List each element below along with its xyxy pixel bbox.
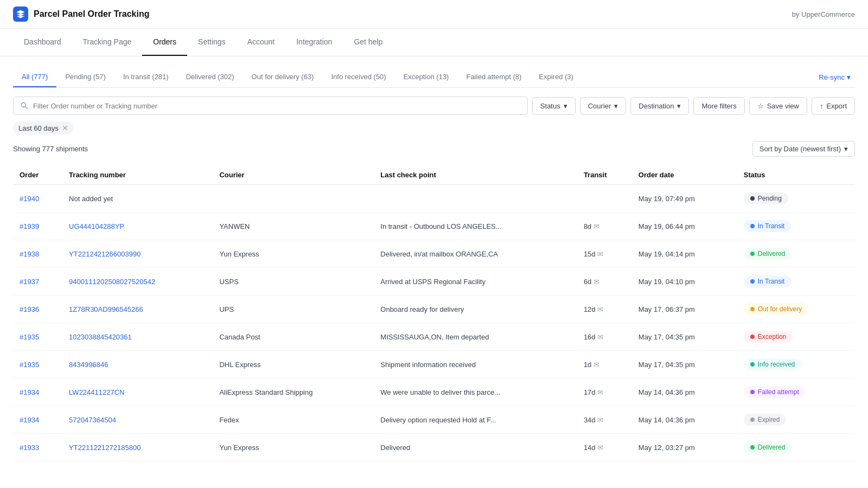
logo-icon — [16, 9, 25, 19]
courier-filter-button[interactable]: Courier ▾ — [580, 97, 627, 115]
table-row: #1938YT2212421266003990Yun ExpressDelive… — [13, 240, 855, 268]
search-input[interactable] — [33, 102, 521, 110]
nav-orders[interactable]: Orders — [142, 29, 187, 56]
status-chevron-icon: ▾ — [564, 102, 567, 110]
showing-row: Showing 777 shipments Sort by Date (newe… — [13, 141, 855, 157]
tracking-number-link[interactable]: 1Z78R30AD996545266 — [69, 305, 143, 313]
transit-cell: 15d ✉ — [577, 240, 632, 268]
mail-icon: ✉ — [593, 278, 599, 286]
resync-button[interactable]: Re-sync ▾ — [814, 71, 855, 84]
table-row: #19351023038845420361Canada PostMISSISSA… — [13, 323, 855, 351]
order-number-link[interactable]: #1935 — [20, 361, 39, 369]
courier-cell: AliExpress Standard Shipping — [213, 378, 374, 406]
more-filters-label: More filters — [701, 102, 736, 110]
tab-pending[interactable]: Pending (57) — [56, 67, 114, 87]
sort-select[interactable]: Sort by Date (newest first) ▾ — [752, 141, 855, 157]
search-box[interactable] — [13, 97, 528, 115]
tab-in-transit[interactable]: In transit (281) — [114, 67, 177, 87]
transit-cell: 16d ✉ — [577, 323, 632, 351]
status-badge: Exception — [744, 331, 793, 343]
order-date-cell: May 19, 07:49 pm — [632, 185, 737, 213]
destination-chevron-icon: ▾ — [677, 102, 681, 110]
tab-expired[interactable]: Expired (3) — [530, 67, 582, 87]
order-date-cell: May 19, 06:44 pm — [632, 213, 737, 240]
tracking-number-link[interactable]: UG444104288YP — [69, 222, 124, 230]
checkpoint-cell: Delivered, in/at mailbox ORANGE,CA — [374, 240, 577, 268]
app-logo — [13, 7, 28, 22]
destination-filter-button[interactable]: Destination ▾ — [630, 97, 689, 115]
search-icon — [20, 101, 29, 110]
status-cell: Exception — [737, 323, 855, 351]
transit-cell: 12d ✉ — [577, 296, 632, 323]
order-number-link[interactable]: #1937 — [20, 278, 39, 286]
export-button[interactable]: ↑ Export — [812, 97, 855, 115]
tracking-number-link[interactable]: 1023038845420361 — [69, 333, 132, 341]
transit-cell: 17d ✉ — [577, 378, 632, 406]
order-number-link[interactable]: #1939 — [20, 222, 39, 230]
nav-integration[interactable]: Integration — [285, 29, 343, 56]
courier-filter-label: Courier — [588, 102, 611, 110]
tracking-number-link[interactable]: 8434996846 — [69, 361, 108, 369]
col-status: Status — [737, 165, 855, 185]
nav-dashboard[interactable]: Dashboard — [13, 29, 72, 56]
status-filter-button[interactable]: Status ▾ — [532, 97, 576, 115]
order-date-cell: May 19, 04:14 pm — [632, 240, 737, 268]
status-badge: Delivered — [744, 441, 792, 453]
mail-icon: ✉ — [593, 361, 599, 369]
status-cell: In Transit — [737, 268, 855, 296]
tab-failed-attempt[interactable]: Failed attempt (8) — [457, 67, 530, 87]
mail-icon: ✉ — [597, 416, 603, 424]
order-number-link[interactable]: #1934 — [20, 416, 39, 424]
table-row: #19379400111202508027520542USPSArrived a… — [13, 268, 855, 296]
star-icon: ☆ — [757, 102, 764, 110]
nav-account[interactable]: Account — [237, 29, 286, 56]
status-cell: Out for delivery — [737, 296, 855, 323]
status-label: Delivered — [758, 250, 786, 258]
mail-icon: ✉ — [597, 333, 603, 341]
order-number-link[interactable]: #1938 — [20, 250, 39, 258]
tracking-number-link[interactable]: YT2211221272185800 — [69, 444, 141, 452]
status-badge: Delivered — [744, 248, 792, 260]
date-filter-close[interactable]: ✕ — [62, 124, 68, 132]
tab-out-for-delivery[interactable]: Out for delivery (63) — [243, 67, 323, 87]
status-dot-icon — [750, 307, 755, 311]
order-number-link[interactable]: #1935 — [20, 333, 39, 341]
courier-cell: Fedex — [213, 406, 374, 434]
transit-cell: 34d ✉ — [577, 406, 632, 434]
more-filters-button[interactable]: More filters — [693, 97, 744, 115]
status-cell: In Transit — [737, 213, 855, 240]
table-row: #1940Not added yetMay 19, 07:49 pmPendin… — [13, 185, 855, 213]
tracking-number-link[interactable]: 572047364504 — [69, 416, 116, 424]
tracking-number-link[interactable]: YT2212421266003990 — [69, 250, 141, 258]
order-number-link[interactable]: #1936 — [20, 305, 39, 313]
status-tabs: All (777) Pending (57) In transit (281) … — [13, 67, 855, 88]
save-view-button[interactable]: ☆ Save view — [749, 97, 807, 115]
col-checkpoint: Last check point — [374, 165, 577, 185]
courier-cell: UPS — [213, 296, 374, 323]
courier-cell: USPS — [213, 268, 374, 296]
sort-label: Sort by Date (newest first) — [760, 145, 841, 153]
tab-all[interactable]: All (777) — [13, 67, 56, 87]
tab-exception[interactable]: Exception (13) — [395, 67, 458, 87]
order-number-link[interactable]: #1934 — [20, 388, 39, 396]
order-date-cell: May 17, 06:37 pm — [632, 296, 737, 323]
status-label: Failed attempt — [758, 388, 799, 396]
tab-delivered[interactable]: Delivered (302) — [177, 67, 243, 87]
tab-info-received[interactable]: Info received (50) — [322, 67, 394, 87]
nav-tracking-page[interactable]: Tracking Page — [72, 29, 143, 56]
nav-settings[interactable]: Settings — [187, 29, 237, 56]
export-label: Export — [826, 102, 847, 110]
tracking-number-link[interactable]: LW224411227CN — [69, 388, 124, 396]
courier-cell: Canada Post — [213, 323, 374, 351]
table-row: #19361Z78R30AD996545266UPSOnboard ready … — [13, 296, 855, 323]
tracking-number-link[interactable]: 9400111202508027520542 — [69, 278, 155, 286]
table-row: #1933YT2211221272185800Yun ExpressDelive… — [13, 434, 855, 461]
checkpoint-cell: Delivery option requested Hold at F... — [374, 406, 577, 434]
order-number-link[interactable]: #1940 — [20, 195, 39, 203]
courier-cell: DHL Express — [213, 351, 374, 378]
app-title: Parcel Panel Order Tracking — [34, 9, 149, 19]
order-number-link[interactable]: #1933 — [20, 444, 39, 452]
checkpoint-cell: Onboard ready for delivery — [374, 296, 577, 323]
nav-get-help[interactable]: Get help — [343, 29, 393, 56]
main-nav: Dashboard Tracking Page Orders Settings … — [0, 29, 868, 56]
